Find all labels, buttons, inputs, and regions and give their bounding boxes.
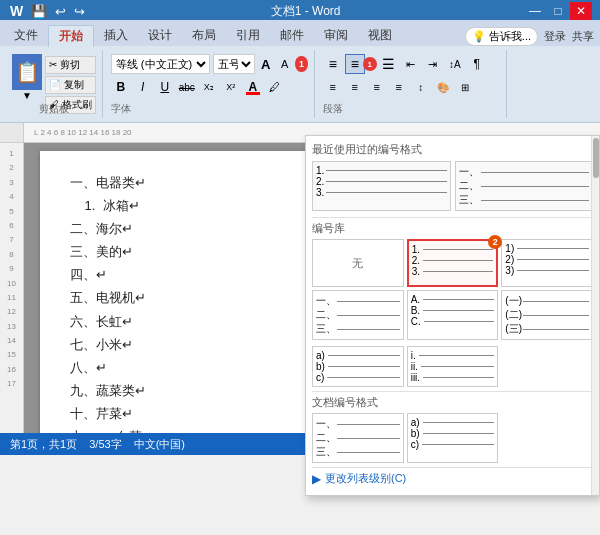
- scrollbar-thumb: [593, 138, 599, 178]
- tab-home[interactable]: 开始: [48, 25, 94, 47]
- strikethrough-btn[interactable]: abc: [177, 77, 197, 97]
- font-color-btn[interactable]: A: [243, 77, 263, 97]
- font-family-select[interactable]: 等线 (中文正文): [111, 54, 210, 74]
- paste-button[interactable]: 📋 ▼: [12, 54, 42, 101]
- numbering-none[interactable]: 无: [312, 239, 404, 287]
- left-ruler: 123 456 789 101112 131415 1617: [0, 143, 24, 433]
- paragraph-group-label: 段落: [323, 102, 343, 116]
- italic-btn[interactable]: I: [133, 77, 153, 97]
- tab-references[interactable]: 引用: [226, 24, 270, 46]
- shading-btn[interactable]: 🎨: [433, 77, 453, 97]
- status-left: 第1页，共1页 3/53字 中文(中国): [10, 437, 185, 452]
- document-area: 123 456 789 101112 131415 1617 一、电器类↵ 1.…: [0, 143, 600, 433]
- show-marks-btn[interactable]: ¶: [467, 54, 487, 74]
- window-title: 文档1 - Word: [87, 3, 524, 20]
- increase-indent-btn[interactable]: ⇥: [423, 54, 443, 74]
- sort-btn[interactable]: ↕A: [445, 54, 465, 74]
- doc-format-2[interactable]: a) b) c): [407, 413, 499, 463]
- ribbon-content: 📋 ▼ ✂ 剪切 📄 复制 🖌 格式刷 剪贴板 等线 (中文正文) 五号: [0, 46, 600, 122]
- badge-1: 1: [295, 56, 307, 72]
- ribbon-tabs: 文件 开始 插入 设计 布局 引用 邮件 审阅 视图 💡 告诉我... 登录 共…: [0, 20, 600, 46]
- justify-btn[interactable]: ≡: [389, 77, 409, 97]
- ribbon: 文件 开始 插入 设计 布局 引用 邮件 审阅 视图 💡 告诉我... 登录 共…: [0, 20, 600, 123]
- dropdown-scrollbar[interactable]: [591, 136, 599, 495]
- window-controls: — □ ✕: [524, 2, 592, 20]
- divider-2: [312, 391, 593, 392]
- library-title: 编号库: [312, 221, 593, 236]
- superscript-btn[interactable]: X²: [221, 77, 241, 97]
- word-count: 3/53字: [89, 437, 121, 452]
- badge-numbering: 1: [363, 57, 377, 71]
- clipboard-label: 剪贴板: [39, 102, 69, 116]
- align-right-btn[interactable]: ≡: [367, 77, 387, 97]
- align-center-btn[interactable]: ≡: [345, 77, 365, 97]
- tab-review[interactable]: 审阅: [314, 24, 358, 46]
- footer-text: 更改列表级别(C): [325, 471, 406, 486]
- page-info: 第1页，共1页: [10, 437, 77, 452]
- numbering-123-parens[interactable]: 1) 2) 3): [501, 239, 593, 287]
- login-btn[interactable]: 登录: [544, 29, 566, 44]
- bold-btn[interactable]: B: [111, 77, 131, 97]
- tab-insert[interactable]: 插入: [94, 24, 138, 46]
- numbering-123-dots[interactable]: 2 1. 2. 3.: [407, 239, 499, 287]
- paragraph-group: ≡ ≡ 1 ☰ ⇤ ⇥ ↕A ¶ ≡ ≡ ≡ ≡ ↕ 🎨 ⊞ 段落: [317, 50, 507, 118]
- change-level-btn[interactable]: ▶ 更改列表级别(C): [312, 467, 593, 489]
- numbering-abc-lower[interactable]: a) b) c): [312, 346, 404, 387]
- numbering-chinese[interactable]: 一、 二、 三、: [312, 290, 404, 340]
- numbering-dropdown: 最近使用过的编号格式 1. 2. 3. 一、 二、 三、 编号库 无 2: [305, 135, 600, 496]
- tab-mailings[interactable]: 邮件: [270, 24, 314, 46]
- ruler-corner: [0, 123, 24, 142]
- maximize-btn[interactable]: □: [547, 2, 569, 20]
- recent-item-1[interactable]: 1. 2. 3.: [312, 161, 451, 211]
- title-bar: W 💾 ↩ ↪ 文档1 - Word — □ ✕: [0, 0, 600, 20]
- numbering-roman[interactable]: i. ii. iii.: [407, 346, 499, 387]
- clipboard-group: 📋 ▼ ✂ 剪切 📄 复制 🖌 格式刷 剪贴板: [6, 50, 103, 118]
- decrease-indent-btn[interactable]: ⇤: [401, 54, 421, 74]
- subscript-btn[interactable]: X₂: [199, 77, 219, 97]
- save-quick-btn[interactable]: 💾: [29, 4, 49, 19]
- close-btn[interactable]: ✕: [570, 2, 592, 20]
- font-size-select[interactable]: 五号: [213, 54, 255, 74]
- empty-slot: [501, 346, 593, 387]
- tell-me-text: 告诉我...: [489, 29, 531, 44]
- tell-me-input[interactable]: 💡 告诉我...: [465, 27, 538, 46]
- borders-btn[interactable]: ⊞: [455, 77, 475, 97]
- quick-access-toolbar: W 💾 ↩ ↪: [8, 3, 87, 19]
- recent-item-2[interactable]: 一、 二、 三、: [455, 161, 594, 211]
- tab-design[interactable]: 设计: [138, 24, 182, 46]
- copy-btn[interactable]: 📄 复制: [45, 76, 96, 94]
- word-icon: W: [8, 3, 25, 19]
- minimize-btn[interactable]: —: [524, 2, 546, 20]
- arrow-right-icon: ▶: [312, 472, 321, 486]
- shrink-font-btn[interactable]: A: [277, 54, 293, 74]
- font-group: 等线 (中文正文) 五号 A A 1 B I U abc X₂ X² A: [105, 50, 315, 118]
- divider-1: [312, 217, 593, 218]
- highlight-btn[interactable]: 🖊: [265, 77, 285, 97]
- tab-layout[interactable]: 布局: [182, 24, 226, 46]
- grow-font-btn[interactable]: A: [258, 54, 274, 74]
- multilevel-list-btn[interactable]: ☰: [379, 54, 399, 74]
- numbering-ABC[interactable]: A. B. C.: [407, 290, 499, 340]
- tab-file[interactable]: 文件: [4, 24, 48, 46]
- line-spacing-btn[interactable]: ↕: [411, 77, 431, 97]
- undo-btn[interactable]: ↩: [53, 4, 68, 19]
- share-btn[interactable]: 共享: [572, 29, 594, 44]
- font-group-label: 字体: [111, 102, 131, 116]
- align-left-btn[interactable]: ≡: [323, 77, 343, 97]
- bullets-btn[interactable]: ≡: [323, 54, 343, 74]
- recently-used-title: 最近使用过的编号格式: [312, 142, 593, 157]
- doc-format-1[interactable]: 一、 二、 三、: [312, 413, 404, 463]
- doc-format-title: 文档编号格式: [312, 395, 593, 410]
- badge-2: 2: [488, 235, 502, 249]
- numbering-chinese-paren[interactable]: (一) (二) (三): [501, 290, 593, 340]
- redo-btn[interactable]: ↪: [72, 4, 87, 19]
- tab-view[interactable]: 视图: [358, 24, 402, 46]
- none-label: 无: [352, 256, 363, 271]
- language: 中文(中国): [134, 437, 185, 452]
- cut-btn[interactable]: ✂ 剪切: [45, 56, 96, 74]
- underline-btn[interactable]: U: [155, 77, 175, 97]
- numbering-btn[interactable]: ≡: [345, 54, 365, 74]
